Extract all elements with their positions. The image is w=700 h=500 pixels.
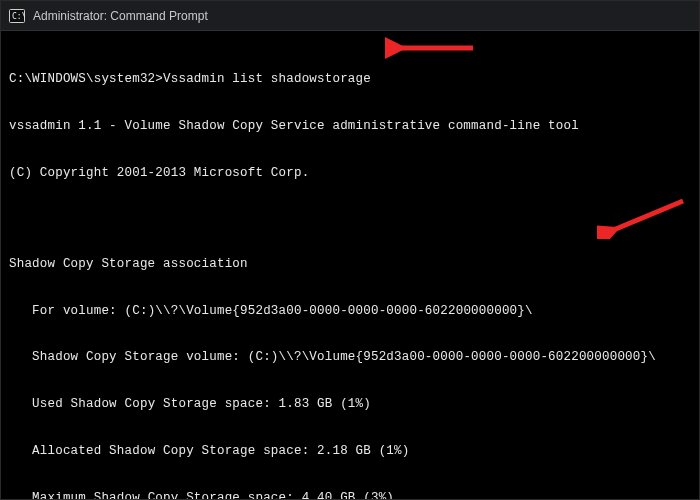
terminal-output[interactable]: C:\WINDOWS\system32>Vssadmin list shadow… bbox=[1, 31, 699, 499]
command-line-1: C:\WINDOWS\system32>Vssadmin list shadow… bbox=[9, 72, 691, 88]
command-prompt-window: C:\ Administrator: Command Prompt C:\WIN… bbox=[0, 0, 700, 500]
output-for-volume: For volume: (C:)\\?\Volume{952d3a00-0000… bbox=[9, 304, 691, 320]
output-sc-volume: Shadow Copy Storage volume: (C:)\\?\Volu… bbox=[9, 350, 691, 366]
output-tool-line-1: vssadmin 1.1 - Volume Shadow Copy Servic… bbox=[9, 119, 691, 135]
output-copyright-1: (C) Copyright 2001-2013 Microsoft Corp. bbox=[9, 166, 691, 182]
output-maximum-space: Maximum Shadow Copy Storage space: 4.40 … bbox=[9, 491, 691, 499]
command-prompt-icon: C:\ bbox=[9, 8, 25, 24]
output-association-header: Shadow Copy Storage association bbox=[9, 257, 691, 273]
output-allocated-space: Allocated Shadow Copy Storage space: 2.1… bbox=[9, 444, 691, 460]
window-title: Administrator: Command Prompt bbox=[33, 9, 208, 23]
titlebar[interactable]: C:\ Administrator: Command Prompt bbox=[1, 1, 699, 31]
command-1: Vssadmin list shadowstorage bbox=[163, 72, 371, 86]
svg-text:C:\: C:\ bbox=[12, 12, 25, 21]
prompt-1: C:\WINDOWS\system32> bbox=[9, 72, 163, 86]
output-used-space: Used Shadow Copy Storage space: 1.83 GB … bbox=[9, 397, 691, 413]
blank-line bbox=[9, 213, 691, 226]
